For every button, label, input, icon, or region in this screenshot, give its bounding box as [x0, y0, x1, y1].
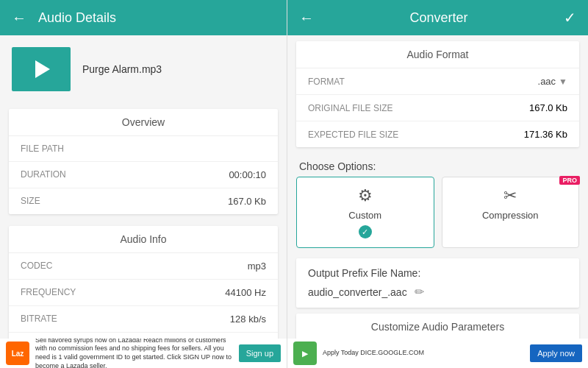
bitrate-label: BITRATE — [21, 314, 57, 325]
format-value: .aac — [538, 76, 556, 87]
converter-panel: ← Converter ✓ Audio Format FORMAT .aac ▼… — [287, 0, 588, 339]
custom-option[interactable]: ⚙ Custom ✓ — [296, 177, 434, 248]
output-value-row: audio_converter_.aac ✏ — [308, 285, 567, 299]
size-label: SIZE — [21, 196, 40, 207]
pro-badge: PRO — [559, 176, 580, 185]
original-size-value: 167.0 Kb — [529, 102, 567, 113]
bitrate-row: BITRATE 128 kb/s — [9, 306, 278, 333]
audio-format-title: Audio Format — [296, 41, 579, 68]
compression-option[interactable]: PRO ✂ Compression — [442, 177, 580, 248]
play-thumbnail[interactable] — [12, 47, 71, 91]
audio-filename: Purge Alarm.mp3 — [82, 63, 162, 75]
bottom-ad-bar: Laz Sell flavored syrups now on Lazada! … — [0, 339, 588, 368]
codec-label: CODEC — [21, 261, 52, 272]
left-panel-title: Audio Details — [38, 10, 116, 26]
sign-up-button[interactable]: Sign up — [239, 344, 281, 362]
apply-now-button[interactable]: Apply now — [530, 344, 582, 362]
left-back-button[interactable]: ← — [12, 10, 26, 26]
left-ad-logo: Laz — [6, 342, 29, 365]
audio-format-section: Audio Format FORMAT .aac ▼ ORIGINAL FILE… — [296, 41, 579, 147]
frequency-value: 44100 Hz — [225, 287, 266, 298]
expected-size-value: 171.36 Kb — [524, 129, 567, 140]
format-label: FORMAT — [308, 77, 345, 87]
overview-title: Overview — [9, 109, 278, 136]
audio-details-panel: ← Audio Details Purge Alarm.mp3 Overview… — [0, 0, 287, 339]
frequency-label: FREQUENCY — [21, 287, 76, 298]
output-prefix-title: Output Prefix File Name: — [308, 267, 567, 279]
format-dropdown-arrow: ▼ — [559, 77, 567, 87]
original-size-row: ORIGINAL FILE SIZE 167.0 Kb — [296, 95, 579, 121]
options-row: ⚙ Custom ✓ PRO ✂ Compression — [287, 177, 588, 255]
audio-info-card: Audio Info CODEC mp3 FREQUENCY 44100 Hz … — [9, 226, 278, 339]
left-ad-panel: Laz Sell flavored syrups now on Lazada! … — [0, 339, 287, 368]
duration-value: 00:00:10 — [229, 169, 266, 180]
audio-preview: Purge Alarm.mp3 — [0, 35, 287, 103]
channel-row: CHANNEL stereo — [9, 333, 278, 339]
right-panel-title: Converter — [409, 10, 467, 26]
right-header: ← Converter ✓ — [287, 0, 588, 35]
format-row: FORMAT .aac ▼ — [296, 68, 579, 95]
compression-label: Compression — [482, 210, 539, 221]
output-prefix-section: Output Prefix File Name: audio_converter… — [296, 258, 579, 308]
audio-info-title: Audio Info — [9, 226, 278, 253]
play-icon — [35, 60, 50, 78]
output-prefix-value: audio_converter_.aac — [308, 286, 407, 298]
duration-row: DURATION 00:00:10 — [9, 162, 278, 188]
edit-icon[interactable]: ✏ — [415, 285, 424, 299]
duration-label: DURATION — [21, 169, 66, 180]
codec-value: mp3 — [248, 261, 266, 272]
selected-check-badge: ✓ — [359, 225, 372, 238]
choose-options-label: Choose Options: — [287, 153, 588, 177]
size-value: 167.0 Kb — [228, 196, 266, 207]
file-path-row: FILE PATH — [9, 136, 278, 162]
format-dropdown[interactable]: .aac ▼ — [538, 76, 567, 87]
expected-size-label: EXPECTED FILE SIZE — [308, 130, 398, 140]
expected-size-row: EXPECTED FILE SIZE 171.36 Kb — [296, 121, 579, 147]
right-ad-panel: ▶ Apply Today DICE.GOOGLE.COM Apply now — [287, 339, 588, 368]
right-ad-logo: ▶ — [293, 342, 317, 365]
right-back-button[interactable]: ← — [299, 10, 314, 26]
customize-title: Customize Audio Parameters — [296, 314, 579, 339]
file-path-label: FILE PATH — [21, 144, 64, 154]
confirm-button[interactable]: ✓ — [564, 9, 576, 26]
original-size-label: ORIGINAL FILE SIZE — [308, 103, 393, 113]
codec-row: CODEC mp3 — [9, 253, 278, 280]
bitrate-value: 128 kb/s — [230, 314, 266, 325]
right-ad-text: Apply Today DICE.GOOGLE.COM — [323, 349, 524, 358]
customize-section: Customize Audio Parameters CODEC AAC ▼ F… — [296, 314, 579, 339]
left-ad-text: Sell flavored syrups now on Lazada! Reac… — [35, 339, 233, 368]
gear-icon: ⚙ — [358, 186, 373, 205]
scissors-icon: ✂ — [503, 186, 517, 205]
size-row: SIZE 167.0 Kb — [9, 188, 278, 214]
frequency-row: FREQUENCY 44100 Hz — [9, 280, 278, 306]
left-header: ← Audio Details — [0, 0, 287, 35]
custom-label: Custom — [348, 210, 381, 221]
overview-card: Overview FILE PATH DURATION 00:00:10 SIZ… — [9, 109, 278, 214]
